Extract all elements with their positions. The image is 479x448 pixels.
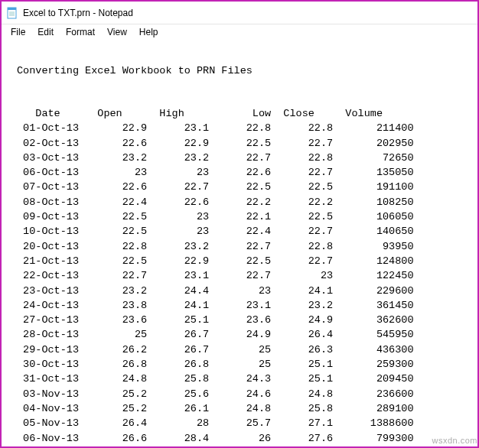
table-row: 31-Oct-13 24.8 25.8 24.3 25.1 209450 <box>17 372 473 386</box>
watermark: wsxdn.com <box>432 436 477 445</box>
table-row: 01-Oct-13 22.9 23.1 22.8 22.8 211400 <box>17 121 473 135</box>
svg-rect-1 <box>8 8 16 10</box>
table-row: 24-Oct-13 23.8 24.1 23.1 23.2 361450 <box>17 298 473 313</box>
table-row: 30-Oct-13 26.8 26.8 25 25.1 259300 <box>17 357 473 372</box>
menu-file[interactable]: File <box>5 25 31 39</box>
table-row: 02-Oct-13 22.6 22.9 22.5 22.7 202950 <box>17 136 473 151</box>
table-row: 09-Oct-13 22.5 23 22.1 22.5 106050 <box>17 209 473 224</box>
table-row: 03-Oct-13 23.2 23.2 22.7 22.8 72650 <box>17 151 473 165</box>
table-row: 06-Oct-13 23 23 22.6 22.7 135050 <box>17 165 473 180</box>
table-header-row: Date Open High Low Close Volume <box>17 106 473 121</box>
table-row: 28-Oct-13 25 26.7 24.9 26.4 545950 <box>17 327 473 342</box>
window-title: Excel to TXT.prn - Notepad <box>23 8 133 18</box>
table-row: 22-Oct-13 22.7 23.1 22.7 23 122450 <box>17 268 473 283</box>
titlebar: Excel to TXT.prn - Notepad <box>2 2 479 24</box>
data-table: Date Open High Low Close Volume 01-Oct-1… <box>17 106 473 448</box>
text-area[interactable]: Converting Excel Workbook to PRN Files D… <box>2 40 479 448</box>
table-row: 08-Oct-13 22.4 22.6 22.2 22.2 108250 <box>17 195 473 209</box>
menu-help[interactable]: Help <box>133 25 165 39</box>
menubar: File Edit Format View Help <box>2 24 479 40</box>
table-row: 07-Oct-13 22.6 22.7 22.5 22.5 191100 <box>17 180 473 194</box>
document-heading: Converting Excel Workbook to PRN Files <box>17 63 473 78</box>
menu-format[interactable]: Format <box>60 25 101 39</box>
table-row: 23-Oct-13 23.2 24.4 23 24.1 229600 <box>17 284 473 298</box>
table-row: 20-Oct-13 22.8 23.2 22.7 22.8 93950 <box>17 239 473 254</box>
menu-edit[interactable]: Edit <box>31 25 60 39</box>
table-row: 27-Oct-13 23.6 25.1 23.6 24.9 362600 <box>17 313 473 327</box>
table-row: 05-Nov-13 26.4 28 25.7 27.1 1388600 <box>17 416 473 430</box>
table-row: 10-Oct-13 22.5 23 22.4 22.7 140650 <box>17 224 473 239</box>
table-row: 03-Nov-13 25.2 25.6 24.6 24.8 236600 <box>17 387 473 401</box>
table-row: 04-Nov-13 25.2 26.1 24.8 25.8 289100 <box>17 401 473 416</box>
notepad-icon <box>6 7 18 19</box>
table-row: 29-Oct-13 26.2 26.7 25 26.3 436300 <box>17 342 473 357</box>
table-row: 21-Oct-13 22.5 22.9 22.5 22.7 124800 <box>17 254 473 268</box>
table-row: 06-Nov-13 26.6 28.4 26 27.6 799300 <box>17 431 473 446</box>
menu-view[interactable]: View <box>101 25 133 39</box>
